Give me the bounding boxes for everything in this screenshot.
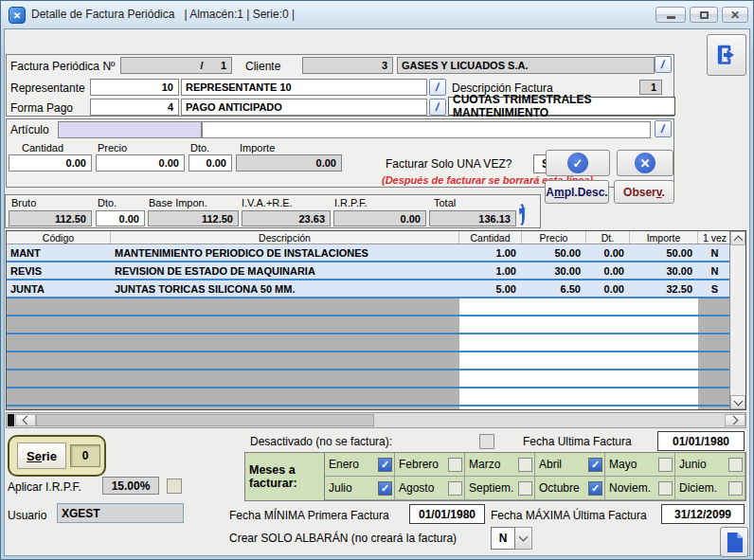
serie-button[interactable]: Serie xyxy=(17,443,66,469)
scroll-up-button[interactable] xyxy=(730,231,745,245)
cantidad-input[interactable]: 0.00 xyxy=(9,154,92,172)
articulo-label: Artículo xyxy=(10,123,49,136)
horizontal-scrollbar[interactable] xyxy=(6,412,746,428)
forma-pago-edit-button[interactable] xyxy=(429,99,446,116)
col-header-dt[interactable]: Dt. xyxy=(586,231,630,244)
irpf-checkbox[interactable] xyxy=(167,479,182,494)
maximize-icon xyxy=(700,11,709,19)
cliente-edit-button[interactable] xyxy=(655,56,672,73)
usuario-label: Usuario xyxy=(8,509,46,522)
chevron-up-icon xyxy=(733,235,743,244)
close-button[interactable] xyxy=(722,7,748,23)
month-checkbox[interactable] xyxy=(658,458,673,472)
scroll-left-button[interactable] xyxy=(15,414,36,426)
cell-cantidad: 1.00 xyxy=(459,262,522,279)
month-checkbox[interactable] xyxy=(378,481,392,496)
table-row[interactable]: JUNTA JUNTAS TORICAS SILICONA 50 MM. 5.0… xyxy=(7,280,731,298)
fecha-maxima-label: Fecha MÁXIMA Última Factura xyxy=(491,509,647,522)
cliente-name-field: GASES Y LICUADOS S.A. xyxy=(397,57,655,74)
month-label: Febrero xyxy=(395,458,439,471)
month-checkbox[interactable] xyxy=(658,481,673,496)
exit-icon xyxy=(714,43,739,67)
scroll-right-button[interactable] xyxy=(725,414,745,426)
cell-1vez: N xyxy=(698,262,731,279)
cell-codigo: REVIS xyxy=(7,262,111,279)
albaran-label: Crear SOLO ALBARÁN (no creará la factura… xyxy=(229,532,457,545)
fecha-ultima-field[interactable]: 01/01/1980 xyxy=(657,431,745,451)
month-checkbox[interactable] xyxy=(728,458,743,472)
col-header-1vez[interactable]: 1 vez xyxy=(698,231,731,244)
desactivado-checkbox[interactable] xyxy=(479,434,494,449)
representante-name-field[interactable]: REPRESENTANTE 10 xyxy=(181,79,427,96)
table-row[interactable]: MANT MANTENIMIENTO PERIODICO DE INSTALAC… xyxy=(7,244,731,262)
descripcion-factura-field[interactable]: CUOTAS TRIMESTRALES MANTENIMIENTO xyxy=(448,97,675,116)
month-checkbox[interactable] xyxy=(448,458,462,472)
record-marker xyxy=(8,414,14,426)
cell-codigo: JUNTA xyxy=(7,280,111,297)
total-field: 136.13 xyxy=(429,210,516,226)
cell-dt: 0.00 xyxy=(586,262,630,279)
recalc-button[interactable] xyxy=(519,207,525,224)
copy-document-button[interactable] xyxy=(720,527,748,557)
forma-pago-name-field[interactable]: PAGO ANTICIPADO xyxy=(181,99,427,116)
col-header-descripcion[interactable]: Descripción xyxy=(111,231,459,244)
month-checkbox[interactable] xyxy=(728,481,743,496)
chevron-down-icon xyxy=(519,533,529,542)
articulo-desc-input[interactable] xyxy=(202,121,651,138)
maximize-button[interactable] xyxy=(690,7,718,23)
table-empty-row xyxy=(7,334,731,352)
exit-button[interactable] xyxy=(707,34,746,76)
month-checkbox[interactable] xyxy=(518,481,532,496)
cell-precio: 30.00 xyxy=(522,262,586,279)
observ-button[interactable]: Observ. xyxy=(614,180,674,204)
dto-input[interactable]: 0.00 xyxy=(188,154,232,172)
fecha-maxima-field[interactable]: 31/12/2099 xyxy=(661,504,745,524)
scroll-down-button[interactable] xyxy=(730,395,745,409)
albaran-dropdown-button[interactable] xyxy=(515,527,532,550)
col-header-codigo[interactable]: Código xyxy=(7,231,111,244)
totals-group: Bruto Dto. Base Impon. I.V.A.+R.E. I.R.P… xyxy=(5,194,541,228)
month-checkbox[interactable] xyxy=(588,458,602,472)
cancel-line-button[interactable] xyxy=(617,150,673,176)
vertical-scrollbar[interactable] xyxy=(729,231,745,409)
cell-cantidad: 1.00 xyxy=(459,244,522,261)
articulo-code-input[interactable] xyxy=(58,121,202,138)
representante-edit-button[interactable] xyxy=(429,79,446,96)
representante-code-field[interactable]: 10 xyxy=(90,79,179,96)
articulo-edit-button[interactable] xyxy=(655,120,672,137)
cell-cantidad: 5.00 xyxy=(459,280,522,297)
iva-field: 23.63 xyxy=(242,210,331,226)
month-label: Septiem. xyxy=(465,481,513,495)
month-cell: Noviem. xyxy=(605,477,675,500)
col-header-importe[interactable]: Importe xyxy=(630,231,698,244)
dto-total-field[interactable]: 0.00 xyxy=(96,210,145,226)
col-header-precio[interactable]: Precio xyxy=(522,231,586,244)
fecha-minima-field[interactable]: 01/01/1980 xyxy=(409,504,485,524)
ampl-desc-button[interactable]: Ampl.Desc. xyxy=(545,180,609,204)
albaran-dropdown[interactable]: N xyxy=(491,527,532,550)
minimize-button[interactable] xyxy=(655,7,686,23)
table-header: Código Descripción Cantidad Precio Dt. I… xyxy=(7,231,745,244)
accept-line-button[interactable] xyxy=(546,150,610,176)
col-header-cantidad[interactable]: Cantidad xyxy=(459,231,522,244)
month-checkbox[interactable] xyxy=(518,458,532,472)
serie-value-field[interactable]: 0 xyxy=(70,444,100,467)
precio-label: Precio xyxy=(98,142,127,154)
month-checkbox[interactable] xyxy=(448,481,462,496)
month-cell: Octubre xyxy=(535,477,605,500)
horizontal-scroll-thumb[interactable] xyxy=(36,414,374,426)
table-row[interactable]: REVIS REVISION DE ESTADO DE MAQUINARIA 1… xyxy=(7,262,731,280)
precio-input[interactable]: 0.00 xyxy=(96,154,185,172)
cliente-label: Cliente xyxy=(245,60,280,73)
month-label: Mayo xyxy=(605,458,637,471)
edit-icon xyxy=(660,122,666,135)
month-checkbox[interactable] xyxy=(588,481,602,496)
month-cell: Diciem. xyxy=(675,477,745,500)
forma-pago-code-field[interactable]: 4 xyxy=(90,99,179,116)
chevron-left-icon xyxy=(23,416,32,425)
table-empty-row xyxy=(7,406,731,409)
table-empty-row xyxy=(7,370,731,388)
month-checkbox[interactable] xyxy=(378,458,392,472)
albaran-value[interactable]: N xyxy=(491,527,515,550)
titlebar[interactable]: Detalle de Factura Periódica | Almacén:1… xyxy=(1,1,753,28)
